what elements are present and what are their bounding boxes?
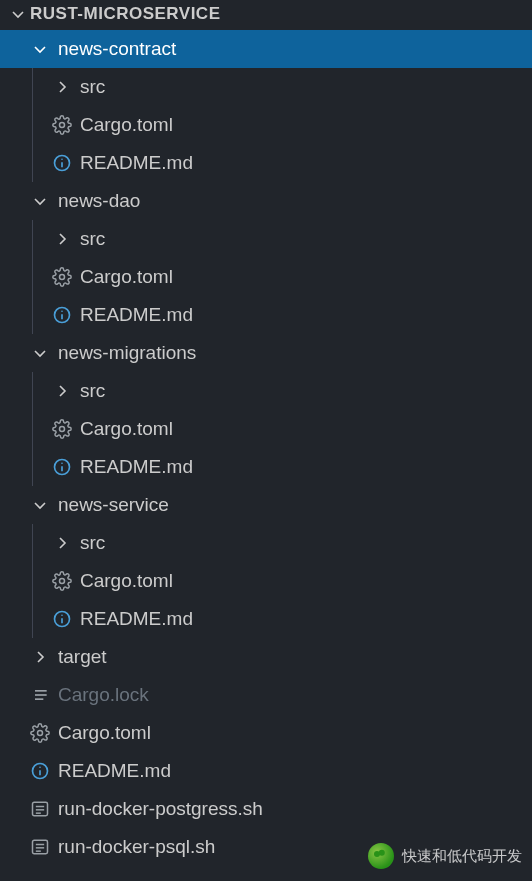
svg-point-11 [61, 462, 63, 464]
folder-item[interactable]: news-migrations [0, 334, 532, 372]
file-item[interactable]: Cargo.toml [0, 714, 532, 752]
svg-point-8 [60, 427, 65, 432]
chevron-right-icon[interactable] [50, 79, 74, 95]
tree-item-label: Cargo.lock [52, 684, 149, 706]
tree-item-label: target [52, 646, 107, 668]
folder-item[interactable]: src [0, 220, 532, 258]
sh-icon [28, 837, 52, 857]
info-icon [50, 457, 74, 477]
tree-item-label: src [74, 76, 105, 98]
chevron-down-icon[interactable] [28, 345, 52, 361]
chevron-down-icon[interactable] [28, 497, 52, 513]
gear-icon [50, 419, 74, 439]
folder-item[interactable]: src [0, 524, 532, 562]
info-icon [50, 305, 74, 325]
tree-item-label: README.md [74, 456, 193, 478]
chevron-right-icon[interactable] [28, 649, 52, 665]
svg-point-19 [38, 731, 43, 736]
file-item[interactable]: README.md [0, 144, 532, 182]
tree-item-label: README.md [52, 760, 171, 782]
wechat-icon [368, 843, 394, 869]
tree-item-label: README.md [74, 152, 193, 174]
gear-icon [50, 267, 74, 287]
file-item[interactable]: run-docker-postgress.sh [0, 790, 532, 828]
info-icon [28, 761, 52, 781]
chevron-down-icon[interactable] [28, 193, 52, 209]
chevron-right-icon[interactable] [50, 231, 74, 247]
gear-icon [50, 571, 74, 591]
tree-item-label: news-dao [52, 190, 140, 212]
tree-item-label: run-docker-psql.sh [52, 836, 215, 858]
file-item[interactable]: README.md [0, 296, 532, 334]
tree-item-label: Cargo.toml [74, 570, 173, 592]
file-item[interactable]: README.md [0, 600, 532, 638]
tree-item-label: README.md [74, 304, 193, 326]
folder-item[interactable]: src [0, 68, 532, 106]
watermark: 快速和低代码开发 [368, 843, 522, 869]
gear-icon [28, 723, 52, 743]
chevron-down-icon[interactable] [28, 41, 52, 57]
tree-item-label: Cargo.toml [74, 266, 173, 288]
chevron-right-icon[interactable] [50, 535, 74, 551]
gear-icon [50, 115, 74, 135]
svg-point-22 [39, 766, 41, 768]
folder-item[interactable]: news-service [0, 486, 532, 524]
svg-point-0 [60, 123, 65, 128]
tree-item-label: Cargo.toml [52, 722, 151, 744]
svg-point-4 [60, 275, 65, 280]
file-item[interactable]: Cargo.toml [0, 106, 532, 144]
tree-item-label: news-contract [52, 38, 176, 60]
info-icon [50, 153, 74, 173]
folder-item[interactable]: news-dao [0, 182, 532, 220]
file-tree: news-contractsrcCargo.tomlREADME.mdnews-… [0, 28, 532, 866]
folder-item[interactable]: src [0, 372, 532, 410]
file-item[interactable]: Cargo.toml [0, 258, 532, 296]
svg-point-3 [61, 158, 63, 160]
folder-item[interactable]: news-contract [0, 30, 532, 68]
tree-item-label: src [74, 532, 105, 554]
svg-point-7 [61, 310, 63, 312]
tree-item-label: run-docker-postgress.sh [52, 798, 263, 820]
file-item[interactable]: README.md [0, 752, 532, 790]
tree-item-label: news-migrations [52, 342, 196, 364]
file-item[interactable]: README.md [0, 448, 532, 486]
tree-item-label: src [74, 380, 105, 402]
list-icon [28, 685, 52, 705]
watermark-text: 快速和低代码开发 [402, 847, 522, 866]
chevron-down-icon [6, 6, 30, 22]
sh-icon [28, 799, 52, 819]
tree-item-label: README.md [74, 608, 193, 630]
file-item[interactable]: Cargo.toml [0, 562, 532, 600]
file-item[interactable]: Cargo.toml [0, 410, 532, 448]
folder-item[interactable]: target [0, 638, 532, 676]
project-title: RUST-MICROSERVICE [30, 4, 221, 24]
file-item[interactable]: Cargo.lock [0, 676, 532, 714]
tree-item-label: src [74, 228, 105, 250]
info-icon [50, 609, 74, 629]
chevron-right-icon[interactable] [50, 383, 74, 399]
svg-point-15 [61, 614, 63, 616]
tree-item-label: news-service [52, 494, 169, 516]
tree-item-label: Cargo.toml [74, 114, 173, 136]
explorer-header[interactable]: RUST-MICROSERVICE [0, 0, 532, 28]
tree-item-label: Cargo.toml [74, 418, 173, 440]
svg-point-12 [60, 579, 65, 584]
